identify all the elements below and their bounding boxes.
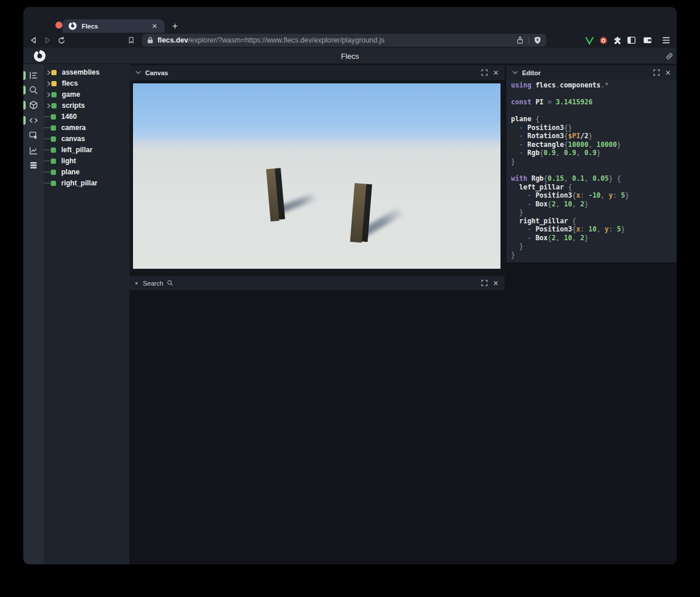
chevron-right-icon[interactable] [46,103,51,108]
search-panel-title: Search [143,280,163,287]
tree-item-light[interactable]: light [44,156,130,167]
tree-item-scripts[interactable]: scripts [44,100,130,111]
entity-kind-swatch [51,181,56,186]
wallet-icon[interactable] [642,34,653,46]
left-pillar [266,168,285,222]
chevron-right-icon[interactable] [46,92,51,97]
entity-kind-swatch [51,103,57,108]
cube-icon[interactable] [23,99,44,113]
code-line [511,107,672,115]
extension-record-icon[interactable] [597,34,609,46]
code-line: - Position3{x: -10, y: 5} [511,191,672,200]
extensions-puzzle-icon[interactable] [611,34,623,46]
tree-item-assemblies[interactable]: assemblies [44,67,130,78]
close-window-button[interactable] [55,22,62,29]
tree-item-1460[interactable]: 1460 [44,111,130,122]
sidebar-toggle-icon[interactable] [625,34,637,46]
tree-item-right_pillar[interactable]: right_pillar [44,178,130,189]
entity-kind-swatch [51,125,56,131]
code-line: with Rgb{0.15, 0.1, 0.05} { [511,174,672,183]
code-line: - Box{2, 10, 2} [511,200,672,209]
entity-kind-swatch [51,114,56,120]
entity-tree-icon[interactable] [23,68,44,82]
chevron-right-icon[interactable] [46,70,51,75]
tree-item-flecs[interactable]: flecs [44,78,130,89]
tree-item-canvas[interactable]: canvas [44,134,130,145]
entity-kind-swatch [51,159,56,164]
tree-item-left_pillar[interactable]: left_pillar [44,145,130,156]
tree-item-label: assemblies [62,68,100,76]
chart-icon[interactable] [23,143,44,157]
rows-icon[interactable] [23,159,44,173]
code-line: } [511,208,672,217]
entity-kind-swatch [51,170,56,175]
search-panel-header[interactable]: Search ✕ [130,276,505,290]
canvas-panel-header[interactable]: Canvas ✕ [130,65,505,80]
tab-title: Flecs [82,23,149,30]
browser-window: Flecs ✕ + flecs.dev/explorer/?wasm=https… [23,7,677,564]
entity-kind-swatch [51,70,57,75]
reload-button[interactable] [55,34,67,46]
flecs-logo [33,50,46,62]
forward-button[interactable] [41,34,53,46]
code-line: left_pillar { [511,183,672,192]
leaf-connector [44,171,50,173]
lock-icon[interactable] [147,37,153,44]
expand-panel-icon[interactable] [481,69,488,76]
editor-panel-header[interactable]: Editor ✕ [506,65,677,80]
tree-item-label: game [62,90,80,99]
collapsed-dot-icon[interactable] [135,282,138,285]
code-line: - Rectangle{10000, 10000} [511,141,672,149]
chevron-down-icon[interactable] [512,71,518,75]
close-panel-icon[interactable]: ✕ [493,69,499,76]
leaf-connector [44,138,50,139]
leaf-connector [44,160,50,161]
code-line [511,166,672,174]
code-line: } [511,251,672,259]
divider [528,37,529,44]
code-icon[interactable] [23,113,44,127]
tree-item-plane[interactable]: plane [44,167,130,178]
expand-panel-icon[interactable] [481,280,488,286]
search-icon[interactable] [23,83,44,97]
code-editor[interactable]: using flecs.components.*const PI = 3.141… [511,81,672,261]
3d-viewport[interactable] [133,83,501,269]
chevron-right-icon[interactable] [46,81,51,86]
bookmark-icon[interactable] [125,34,137,46]
back-button[interactable] [28,34,40,46]
entity-kind-swatch [51,148,56,153]
code-line: - Position3{} [511,124,672,132]
new-tab-button[interactable]: + [168,19,182,33]
tree-item-label: flecs [62,79,78,87]
code-line: right_pillar { [511,217,672,226]
expand-panel-icon[interactable] [653,69,660,76]
tree-item-game[interactable]: game [44,89,130,100]
tree-item-camera[interactable]: camera [44,122,130,134]
entity-kind-swatch [51,136,56,142]
chevron-down-icon[interactable] [135,71,141,75]
close-panel-icon[interactable]: ✕ [493,280,499,287]
code-line: - Position3{x: 10, y: 5} [511,225,672,234]
code-line: using flecs.components.* [511,81,672,90]
close-panel-icon[interactable]: ✕ [665,69,671,76]
entity-tree-panel: assembliesflecsgamescripts1460cameracanv… [44,64,130,564]
tree-item-label: 1460 [61,113,77,121]
code-line: const PI = 3.1415926 [511,98,672,107]
canvas-panel-title: Canvas [145,69,168,76]
browser-tab[interactable]: Flecs ✕ [62,19,164,33]
permalink-icon[interactable] [665,52,674,61]
menu-icon[interactable] [660,34,672,46]
tab-close-icon[interactable]: ✕ [149,22,160,31]
code-line: - Rgb{0.9, 0.9, 0.9} [511,149,672,157]
share-icon[interactable] [516,36,524,44]
select-icon[interactable] [23,128,44,142]
tree-item-label: plane [61,168,79,176]
code-line: - Rotation3{$PI/2} [511,132,672,141]
address-bar[interactable]: flecs.dev/explorer/?wasm=https://www.fle… [142,34,547,47]
code-line: } [511,157,672,166]
tree-item-label: left_pillar [61,146,92,154]
url-text: flecs.dev/explorer/?wasm=https://www.fle… [158,36,516,44]
extension-v-icon[interactable] [583,34,595,46]
brave-shield-icon[interactable] [534,36,541,44]
editor-panel-title: Editor [522,69,541,76]
